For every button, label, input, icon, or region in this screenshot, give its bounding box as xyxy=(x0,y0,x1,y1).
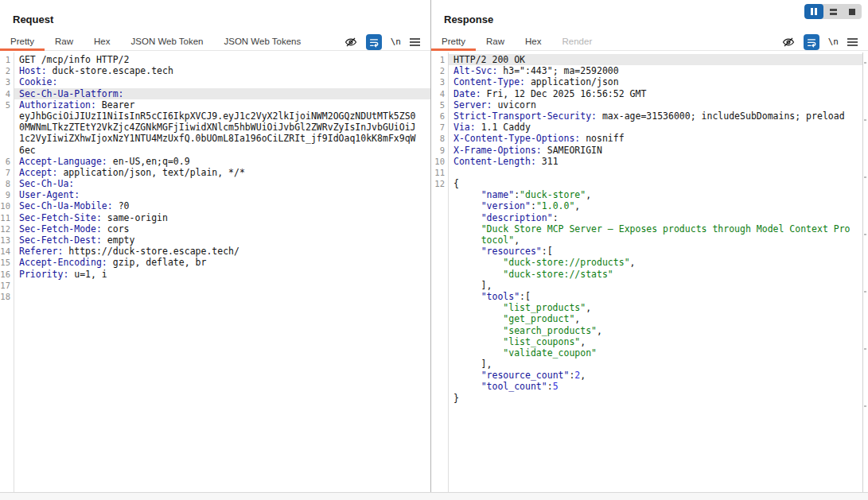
line-number xyxy=(431,336,448,347)
line-number xyxy=(0,110,14,122)
hamburger-menu-icon[interactable] xyxy=(410,37,420,47)
response-panel-title: Response xyxy=(444,14,493,25)
line-number: 2 xyxy=(431,65,448,76)
code-line: 7Via: 1.1 Caddy xyxy=(431,122,868,133)
code-text: Server: uvicorn xyxy=(449,99,868,110)
code-line: } xyxy=(431,393,868,404)
request-tab-pretty[interactable]: Pretty xyxy=(0,33,45,50)
response-tabs: PrettyRawHexRender xyxy=(431,33,602,50)
code-text xyxy=(14,291,430,302)
request-tab-hex[interactable]: Hex xyxy=(84,33,120,50)
show-newlines-icon[interactable]: \n xyxy=(828,37,839,47)
line-number xyxy=(431,313,448,324)
line-number: 2 xyxy=(0,65,14,76)
word-wrap-icon[interactable] xyxy=(804,34,819,50)
line-number: 4 xyxy=(0,88,14,99)
request-tab-raw[interactable]: Raw xyxy=(45,33,84,50)
code-line: 3Cookie: xyxy=(0,76,430,87)
line-number xyxy=(431,359,448,370)
layout-rows-button[interactable] xyxy=(823,4,843,19)
code-text: HTTP/2 200 OK xyxy=(449,54,868,65)
code-line: "name":"duck-store", xyxy=(431,189,868,200)
code-line: "description": xyxy=(431,212,868,223)
code-text: Priority: u=1, i xyxy=(14,269,430,280)
code-line: 10Content-Length: 311 xyxy=(431,156,868,167)
code-text: eyJhbGciOiJIUzI1NiIsInR5cCI6IkpXVCJ9.eyJ… xyxy=(14,110,430,122)
line-number: 8 xyxy=(431,133,448,144)
hamburger-menu-icon[interactable] xyxy=(847,37,858,47)
code-text: "tool_count":5 xyxy=(449,381,868,392)
code-line: 6Accept-Language: en-US,en;q=0.9 xyxy=(0,156,430,167)
request-tab-json-web-tokens[interactable]: JSON Web Tokens xyxy=(214,33,312,50)
code-text: ], xyxy=(449,280,868,291)
request-tab-json-web-token[interactable]: JSON Web Token xyxy=(121,33,214,50)
code-text: Accept-Encoding: gzip, deflate, br xyxy=(14,257,430,268)
code-line: 5Authorization: Bearer xyxy=(0,99,430,110)
line-number: 12 xyxy=(0,223,14,234)
code-line: 3Content-Type: application/json xyxy=(431,76,868,87)
code-text: Content-Length: 311 xyxy=(449,156,868,167)
response-tab-pretty[interactable]: Pretty xyxy=(431,33,476,50)
code-line: tocol", xyxy=(431,234,868,246)
rows-layout-icon xyxy=(830,9,837,15)
code-line: "get_product", xyxy=(431,313,868,324)
code-text: Referer: https://duck-store.escape.tech/ xyxy=(14,246,430,257)
line-number xyxy=(0,133,14,144)
code-line: 17 xyxy=(0,280,430,291)
line-number xyxy=(431,280,448,291)
word-wrap-icon[interactable] xyxy=(366,34,382,50)
eye-slash-icon[interactable] xyxy=(344,36,357,48)
line-number xyxy=(431,325,448,336)
request-editor[interactable]: 1GET /mcp/info HTTP/22Host: duck-store.e… xyxy=(0,52,430,492)
line-number: 10 xyxy=(0,200,14,211)
layout-single-button[interactable] xyxy=(843,4,862,19)
code-text: Strict-Transport-Security: max-age=31536… xyxy=(449,110,868,122)
code-text: 0MWNmLTkzZTEtY2VkZjc4ZGNkMGFjIiwidXNlcm5… xyxy=(14,122,430,133)
line-number xyxy=(0,122,14,133)
search-bar-strip xyxy=(0,492,868,500)
code-text: X-Frame-Options: SAMEORIGIN xyxy=(449,145,868,156)
code-line: 6ec xyxy=(0,145,430,156)
line-number: 3 xyxy=(0,76,14,87)
code-text: "duck-store://stats" xyxy=(449,269,868,280)
code-text: Alt-Svc: h3=":443"; ma=2592000 xyxy=(449,65,868,76)
line-number xyxy=(431,302,448,313)
code-line: "duck-store://products", xyxy=(431,257,868,268)
line-number: 13 xyxy=(0,234,14,246)
response-tab-render[interactable]: Render xyxy=(552,33,603,50)
code-line: 2Host: duck-store.escape.tech xyxy=(0,65,430,76)
code-line: 10Sec-Ch-Ua-Mobile: ?0 xyxy=(0,200,430,211)
line-number: 10 xyxy=(431,156,448,167)
line-number xyxy=(431,393,448,404)
request-editor-toolbar: \n xyxy=(344,33,420,50)
code-text: "resources":[ xyxy=(449,246,868,257)
code-text: Authorization: Bearer xyxy=(14,99,430,110)
line-number: 5 xyxy=(431,99,448,110)
eye-slash-icon[interactable] xyxy=(782,36,795,48)
code-line: 1HTTP/2 200 OK xyxy=(431,54,868,65)
code-text: "name":"duck-store", xyxy=(449,189,868,200)
response-scroll-marker-strip[interactable] xyxy=(862,52,868,492)
line-number xyxy=(431,212,448,223)
code-line: 13Sec-Fetch-Dest: empty xyxy=(0,234,430,246)
response-editor[interactable]: 1HTTP/2 200 OK2Alt-Svc: h3=":443"; ma=25… xyxy=(431,52,868,492)
code-line: 1GET /mcp/info HTTP/2 xyxy=(0,54,430,65)
code-line: 11 xyxy=(431,167,868,178)
code-text xyxy=(14,280,430,291)
code-line: "list_products", xyxy=(431,302,868,313)
line-number xyxy=(431,246,448,257)
code-line: 7Accept: application/json, text/plain, *… xyxy=(0,167,430,178)
response-tab-hex[interactable]: Hex xyxy=(515,33,551,50)
request-panel-title: Request xyxy=(13,14,53,25)
show-newlines-icon[interactable]: \n xyxy=(391,37,401,47)
code-line: "resource_count":2, xyxy=(431,370,868,381)
code-text: Sec-Fetch-Dest: empty xyxy=(14,234,430,246)
code-text: Date: Fri, 12 Dec 2025 16:56:52 GMT xyxy=(449,88,868,99)
code-text: 1c2VyIiwiZXhwIjoxNzY1NTU4MzUxfQ.0bUOmL8I… xyxy=(14,133,430,144)
response-tab-raw[interactable]: Raw xyxy=(476,33,515,50)
line-number: 12 xyxy=(431,178,448,189)
line-number: 6 xyxy=(0,156,14,167)
layout-columns-button[interactable] xyxy=(804,4,823,19)
code-text: User-Agent: xyxy=(14,189,430,200)
line-number: 4 xyxy=(431,88,448,99)
